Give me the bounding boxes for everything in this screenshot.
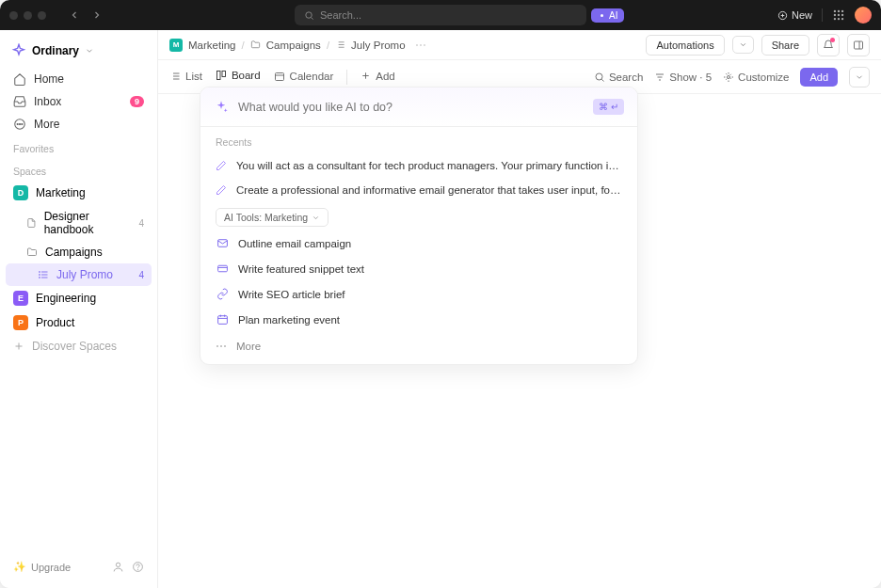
svg-point-0	[306, 11, 312, 17]
sidebar-footer: ✨ Upgrade	[6, 553, 152, 580]
chevron-down-icon	[855, 72, 864, 82]
home-icon	[13, 72, 26, 86]
ai-prompt-input[interactable]	[238, 101, 584, 114]
ai-more-button[interactable]: ⋯ More	[200, 332, 637, 364]
ai-prompt-row[interactable]: ⌘ ↵	[200, 87, 637, 126]
recents-label: Recents	[200, 127, 637, 153]
show-button[interactable]: Show · 5	[654, 72, 712, 83]
svg-point-12	[834, 18, 836, 20]
search-icon	[594, 72, 605, 83]
share-button[interactable]: Share	[761, 35, 809, 56]
filter-icon	[654, 72, 665, 83]
svg-point-2	[601, 14, 603, 17]
svg-point-24	[40, 278, 40, 278]
ai-tool-item[interactable]: Plan marketing event	[200, 307, 637, 332]
recent-prompt[interactable]: You will act as a consultant for tech pr…	[200, 153, 637, 178]
logo-icon	[11, 43, 26, 58]
space-marketing[interactable]: D Marketing	[6, 181, 152, 205]
board-icon	[216, 70, 227, 81]
svg-point-6	[834, 10, 836, 12]
user-icon[interactable]	[112, 561, 124, 573]
nav-home[interactable]: Home	[6, 68, 152, 90]
calendar-icon	[274, 71, 285, 82]
sparkle-icon	[214, 100, 229, 115]
ai-tools-filter[interactable]: AI Tools: Marketing	[216, 208, 328, 227]
chevron-down-icon	[85, 46, 94, 56]
ai-tool-item[interactable]: Write featured snippet text	[200, 256, 637, 281]
space-color-chip: P	[13, 315, 28, 330]
back-button[interactable]	[65, 6, 84, 24]
search-button[interactable]: Search	[594, 72, 643, 83]
breadcrumb-list[interactable]: July Promo	[351, 40, 406, 51]
favorites-label: Favorites	[6, 135, 152, 158]
sidebar-item-campaigns[interactable]: Campaigns	[6, 241, 152, 263]
svg-rect-38	[216, 71, 220, 79]
space-product[interactable]: P Product	[6, 310, 152, 335]
pencil-icon	[216, 160, 227, 171]
plus-icon	[13, 341, 24, 352]
sidebar-toggle[interactable]	[847, 34, 870, 56]
window-controls[interactable]	[9, 11, 46, 20]
more-icon	[13, 118, 26, 131]
add-task-dropdown[interactable]	[849, 67, 870, 87]
nav-inbox[interactable]: Inbox 9	[6, 90, 152, 113]
maximize-icon[interactable]	[38, 11, 46, 20]
ai-tool-item[interactable]: Write SEO article brief	[200, 281, 637, 307]
recent-prompt[interactable]: Create a professional and informative em…	[200, 178, 637, 202]
panel-icon	[853, 40, 864, 51]
svg-point-49	[728, 75, 730, 78]
discover-spaces[interactable]: Discover Spaces	[6, 335, 152, 358]
ai-badge[interactable]: AI	[591, 8, 624, 23]
automations-button[interactable]: Automations	[646, 35, 724, 56]
svg-point-8	[841, 10, 843, 12]
space-chip[interactable]: M	[169, 39, 183, 52]
svg-rect-40	[275, 72, 283, 80]
svg-line-45	[601, 79, 603, 81]
add-task-button[interactable]: Add	[800, 68, 838, 87]
svg-line-1	[312, 17, 313, 19]
plus-circle-icon	[777, 10, 788, 21]
svg-point-16	[17, 123, 18, 124]
customize-button[interactable]: Customize	[723, 72, 789, 83]
apps-icon[interactable]	[832, 8, 845, 22]
global-search[interactable]: Search...	[295, 5, 586, 25]
breadcrumb-folder[interactable]: Campaigns	[266, 40, 321, 51]
ai-tool-item[interactable]: Outline email campaign	[200, 230, 637, 256]
space-engineering[interactable]: E Engineering	[6, 286, 152, 310]
svg-point-13	[838, 18, 840, 20]
automations-dropdown[interactable]	[732, 36, 754, 54]
sparkle-icon: ✨	[13, 561, 26, 573]
breadcrumb-space[interactable]: Marketing	[188, 40, 236, 51]
card-icon	[216, 262, 229, 275]
close-icon[interactable]	[9, 11, 18, 20]
tab-list[interactable]: List	[169, 60, 202, 94]
sidebar: Ordinary Home Inbox 9 More Favorites Spa…	[0, 30, 158, 588]
space-color-chip: E	[13, 291, 28, 306]
svg-rect-51	[217, 265, 227, 272]
sidebar-item-designer-handbook[interactable]: Designer handbook 4	[6, 205, 152, 241]
upgrade-button[interactable]: ✨ Upgrade	[13, 561, 71, 573]
mail-icon	[216, 237, 229, 249]
forward-button[interactable]	[88, 6, 106, 24]
list-icon	[38, 269, 49, 280]
folder-icon	[250, 40, 261, 50]
plus-icon	[360, 71, 371, 81]
notifications-button[interactable]	[817, 34, 840, 56]
calendar-icon	[216, 313, 229, 326]
avatar[interactable]	[855, 7, 872, 24]
svg-point-7	[838, 10, 840, 12]
new-button[interactable]: New	[777, 9, 812, 21]
space-color-chip: D	[13, 185, 28, 200]
workspace-switcher[interactable]: Ordinary	[6, 38, 152, 68]
svg-point-10	[838, 14, 840, 16]
sidebar-item-july-promo[interactable]: July Promo 4	[6, 263, 152, 286]
minimize-icon[interactable]	[24, 11, 32, 20]
more-icon[interactable]: ⋯	[415, 39, 426, 52]
ellipsis-icon: ⋯	[216, 340, 227, 353]
svg-point-44	[596, 73, 602, 80]
search-icon	[304, 10, 314, 21]
help-icon[interactable]	[132, 561, 144, 573]
nav-more[interactable]: More	[6, 113, 152, 135]
svg-point-9	[834, 14, 836, 16]
spaces-label: Spaces	[6, 158, 152, 181]
